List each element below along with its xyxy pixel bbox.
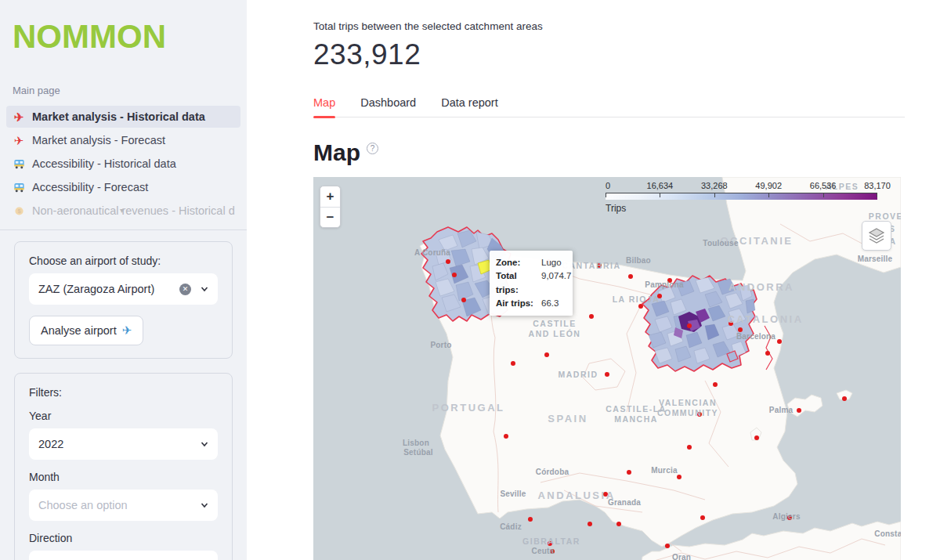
airport-dot[interactable] [605, 372, 609, 377]
tooltip-row: Total trips: 9,074.7 [496, 269, 566, 297]
airport-dot[interactable] [667, 278, 672, 283]
tooltip-label: Total trips: [496, 269, 541, 297]
nav-item-label: Market analysis - Forecast [32, 134, 165, 146]
airport-dot[interactable] [511, 361, 515, 366]
tooltip-label: Zone: [496, 256, 541, 269]
airport-select[interactable]: ZAZ (Zaragoza Airport) ✕ [29, 273, 218, 305]
nav-caption: Main page [0, 55, 247, 104]
metric-label: Total trips between the selected catchme… [313, 20, 940, 32]
map-zoom-control: + − [320, 186, 341, 228]
airport-dot[interactable] [638, 304, 643, 309]
month-select-placeholder: Choose an option [38, 499, 201, 511]
direction-select[interactable]: Choose an option [29, 551, 218, 560]
analyse-airport-button[interactable]: Analyse airport ✈ [29, 316, 143, 345]
legend-tick-label: 33,268 [701, 181, 728, 190]
month-select[interactable]: Choose an option [29, 490, 218, 521]
tab-dashboard[interactable]: Dashboard [360, 92, 416, 117]
airport-panel: Choose an airport of study: ZAZ (Zaragoz… [14, 241, 233, 359]
zoom-out-button[interactable]: − [320, 207, 340, 227]
layers-button[interactable] [862, 221, 891, 251]
tab-map[interactable]: Map [313, 92, 335, 117]
chevron-down-icon [201, 440, 208, 448]
legend-tick-label: 0 [606, 181, 610, 190]
analyse-airport-label: Analyse airport [41, 324, 117, 337]
airport-dot[interactable] [754, 435, 759, 440]
help-icon[interactable]: ? [367, 143, 378, 154]
nav-item-label: Accessibility - Historical data [32, 157, 176, 170]
page-title: Map [313, 141, 360, 164]
sidebar: NOMMON Main page ✈ Market analysis - His… [0, 0, 247, 560]
sidebar-item-accessibility-historical[interactable]: Accessibility - Historical data [6, 153, 240, 175]
legend-title: Trips [606, 203, 877, 214]
airport-dot[interactable] [616, 522, 621, 526]
map-svg: OCCITANIEALPESPROVEESACANTABRIALA RIOJAA… [313, 177, 901, 560]
direction-label: Direction [29, 532, 218, 544]
sidebar-item-non-aeronautical[interactable]: $ Non-aeronautical revenues - Historical… [6, 200, 240, 222]
airport-dot[interactable] [628, 274, 633, 279]
airport-dot[interactable] [452, 273, 457, 277]
airport-dot[interactable] [597, 263, 602, 268]
airport-dot[interactable] [777, 339, 782, 344]
airport-dot[interactable] [687, 323, 692, 328]
airport-dot[interactable] [687, 445, 692, 450]
filters-title: Filters: [29, 386, 218, 399]
bus-icon [13, 181, 25, 193]
sidebar-item-accessibility-forecast[interactable]: Accessibility - Forecast [6, 176, 240, 198]
airport-dot[interactable] [589, 314, 594, 319]
airport-dot[interactable] [677, 475, 682, 479]
airport-dot[interactable] [627, 470, 631, 475]
plane-icon: ✈ [122, 323, 132, 338]
month-label: Month [29, 471, 218, 483]
airport-dot[interactable] [528, 517, 533, 522]
tooltip-label: Air trips: [496, 297, 541, 310]
airport-dot[interactable] [504, 434, 508, 439]
legend-gradient-bar [606, 193, 877, 200]
filters-panel: Filters: Year 2022 Month Choose an optio… [14, 373, 233, 560]
airport-dot[interactable] [728, 321, 733, 326]
airport-dot[interactable] [665, 544, 670, 548]
tab-data-report[interactable]: Data report [441, 92, 498, 117]
airport-dot[interactable] [700, 515, 705, 520]
airport-dot[interactable] [787, 515, 792, 520]
map-canvas[interactable]: OCCITANIEALPESPROVEESACANTABRIALA RIOJAA… [313, 177, 901, 560]
year-select[interactable]: 2022 [29, 428, 218, 460]
airport-dot[interactable] [797, 408, 801, 413]
chevron-down-icon [201, 285, 208, 293]
section-title-row: Map ? [313, 141, 940, 164]
zoom-in-button[interactable]: + [320, 186, 340, 207]
nav-item-label: Non-aeronautical revenues - Historical d [32, 204, 235, 217]
clear-icon[interactable]: ✕ [179, 284, 191, 295]
airport-dot[interactable] [657, 294, 662, 298]
airport-dot[interactable] [461, 298, 466, 302]
airport-dot[interactable] [603, 492, 608, 497]
money-icon: $ [13, 204, 25, 217]
tooltip-value: 9,074.7 [541, 269, 571, 297]
sidebar-divider [0, 229, 247, 230]
nav-item-label: Accessibility - Forecast [32, 181, 148, 193]
tooltip-value: 66.3 [541, 297, 559, 310]
airport-dot[interactable] [550, 549, 555, 554]
sidebar-item-market-forecast[interactable]: ✈ Market analysis - Forecast [6, 129, 240, 151]
chevron-down-icon [201, 501, 208, 509]
airport-dot[interactable] [548, 541, 552, 546]
airport-dot[interactable] [842, 396, 847, 401]
sidebar-item-market-historical[interactable]: ✈ Market analysis - Historical data [6, 106, 240, 128]
legend-tick-labels: 016,63433,26849,90266,53683,170 [606, 181, 877, 191]
airport-dot[interactable] [544, 352, 549, 357]
airport-dot[interactable] [738, 327, 743, 332]
tooltip-row: Air trips: 66.3 [496, 297, 566, 310]
nommon-logo: NOMMON [0, 19, 247, 55]
layers-icon [867, 226, 886, 245]
airport-dot[interactable] [765, 351, 770, 356]
tab-bar: Map Dashboard Data report [313, 92, 905, 117]
nav-item-label: Market analysis - Historical data [32, 110, 205, 123]
airport-dot[interactable] [446, 259, 450, 264]
airport-dot[interactable] [713, 382, 718, 387]
legend-tick-label: 83,170 [864, 181, 891, 190]
plane-icon: ✈ [13, 134, 25, 146]
year-label: Year [29, 410, 218, 422]
metric-value: 233,912 [313, 38, 940, 71]
airport-dot[interactable] [588, 522, 592, 526]
bus-icon [13, 157, 25, 170]
airport-dot[interactable] [697, 412, 702, 417]
